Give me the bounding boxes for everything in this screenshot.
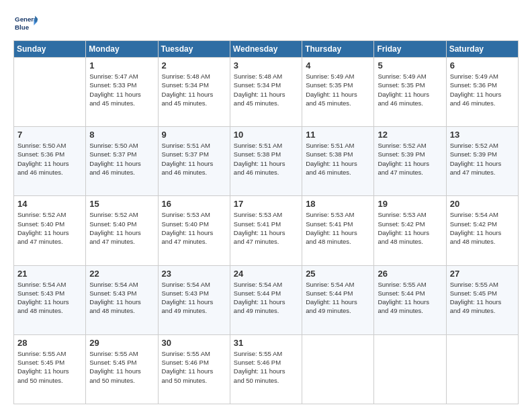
cell-info: Sunrise: 5:54 AM Sunset: 5:44 PM Dayligh…: [306, 280, 370, 316]
cell-day-number: 3: [234, 60, 298, 71]
cell-info: Sunrise: 5:54 AM Sunset: 5:42 PM Dayligh…: [450, 210, 515, 246]
cell-day-number: 28: [17, 338, 82, 348]
cell-day-number: 10: [234, 130, 298, 140]
calendar-cell: 4Sunrise: 5:49 AM Sunset: 5:35 PM Daylig…: [302, 58, 374, 127]
calendar-cell: 15Sunrise: 5:52 AM Sunset: 5:40 PM Dayli…: [86, 196, 158, 265]
calendar-cell: [14, 58, 86, 127]
calendar-cell: 27Sunrise: 5:55 AM Sunset: 5:45 PM Dayli…: [446, 265, 518, 334]
cell-info: Sunrise: 5:53 AM Sunset: 5:41 PM Dayligh…: [234, 210, 298, 246]
cell-day-number: 15: [89, 199, 154, 209]
cell-info: Sunrise: 5:53 AM Sunset: 5:40 PM Dayligh…: [162, 210, 226, 246]
cell-info: Sunrise: 5:51 AM Sunset: 5:38 PM Dayligh…: [234, 141, 298, 177]
page-header: General Blue: [13, 13, 519, 34]
calendar-cell: 26Sunrise: 5:55 AM Sunset: 5:44 PM Dayli…: [374, 265, 446, 334]
calendar-cell: 19Sunrise: 5:53 AM Sunset: 5:42 PM Dayli…: [374, 196, 446, 265]
cell-info: Sunrise: 5:52 AM Sunset: 5:40 PM Dayligh…: [89, 210, 154, 246]
cell-day-number: 12: [378, 130, 442, 140]
cell-day-number: 20: [450, 199, 515, 209]
calendar-cell: 22Sunrise: 5:54 AM Sunset: 5:43 PM Dayli…: [86, 265, 158, 334]
cell-info: Sunrise: 5:50 AM Sunset: 5:37 PM Dayligh…: [89, 141, 154, 177]
cell-info: Sunrise: 5:53 AM Sunset: 5:42 PM Dayligh…: [378, 210, 442, 246]
cell-day-number: 14: [17, 199, 82, 209]
cell-info: Sunrise: 5:49 AM Sunset: 5:36 PM Dayligh…: [450, 72, 515, 107]
calendar-cell: [446, 334, 518, 404]
cell-info: Sunrise: 5:53 AM Sunset: 5:41 PM Dayligh…: [306, 210, 370, 246]
cell-day-number: 9: [162, 130, 226, 140]
calendar-cell: 24Sunrise: 5:54 AM Sunset: 5:44 PM Dayli…: [230, 265, 302, 334]
col-header-monday: Monday: [86, 41, 158, 58]
cell-day-number: 21: [17, 269, 82, 279]
calendar-cell: 10Sunrise: 5:51 AM Sunset: 5:38 PM Dayli…: [230, 127, 302, 196]
calendar-week-5: 28Sunrise: 5:55 AM Sunset: 5:45 PM Dayli…: [14, 334, 519, 404]
cell-info: Sunrise: 5:49 AM Sunset: 5:35 PM Dayligh…: [378, 72, 442, 107]
cell-day-number: 18: [306, 199, 370, 209]
calendar-week-3: 14Sunrise: 5:52 AM Sunset: 5:40 PM Dayli…: [14, 196, 519, 265]
col-header-tuesday: Tuesday: [158, 41, 230, 58]
cell-day-number: 30: [162, 338, 226, 348]
calendar-cell: 25Sunrise: 5:54 AM Sunset: 5:44 PM Dayli…: [302, 265, 374, 334]
calendar-cell: 12Sunrise: 5:52 AM Sunset: 5:39 PM Dayli…: [374, 127, 446, 196]
cell-day-number: 31: [234, 338, 298, 348]
calendar-cell: 5Sunrise: 5:49 AM Sunset: 5:35 PM Daylig…: [374, 58, 446, 127]
calendar-cell: 14Sunrise: 5:52 AM Sunset: 5:40 PM Dayli…: [14, 196, 86, 265]
cell-info: Sunrise: 5:54 AM Sunset: 5:43 PM Dayligh…: [17, 280, 82, 316]
cell-info: Sunrise: 5:55 AM Sunset: 5:45 PM Dayligh…: [17, 349, 82, 385]
calendar-cell: 17Sunrise: 5:53 AM Sunset: 5:41 PM Dayli…: [230, 196, 302, 265]
cell-info: Sunrise: 5:50 AM Sunset: 5:36 PM Dayligh…: [17, 141, 82, 177]
cell-info: Sunrise: 5:52 AM Sunset: 5:40 PM Dayligh…: [17, 210, 82, 246]
col-header-saturday: Saturday: [446, 41, 518, 58]
cell-day-number: 7: [17, 130, 82, 140]
calendar-week-4: 21Sunrise: 5:54 AM Sunset: 5:43 PM Dayli…: [14, 265, 519, 334]
col-header-sunday: Sunday: [14, 41, 86, 58]
cell-info: Sunrise: 5:49 AM Sunset: 5:35 PM Dayligh…: [306, 72, 370, 107]
col-header-thursday: Thursday: [302, 41, 374, 58]
cell-day-number: 11: [306, 130, 370, 140]
cell-day-number: 13: [450, 130, 515, 140]
calendar-cell: [374, 334, 446, 404]
cell-info: Sunrise: 5:54 AM Sunset: 5:44 PM Dayligh…: [234, 280, 298, 316]
cell-day-number: 1: [89, 60, 154, 71]
calendar-cell: 7Sunrise: 5:50 AM Sunset: 5:36 PM Daylig…: [14, 127, 86, 196]
cell-day-number: 26: [378, 269, 442, 279]
calendar-cell: 8Sunrise: 5:50 AM Sunset: 5:37 PM Daylig…: [86, 127, 158, 196]
cell-day-number: 8: [89, 130, 154, 140]
calendar-cell: 1Sunrise: 5:47 AM Sunset: 5:33 PM Daylig…: [86, 58, 158, 127]
cell-info: Sunrise: 5:48 AM Sunset: 5:34 PM Dayligh…: [162, 72, 226, 107]
cell-info: Sunrise: 5:48 AM Sunset: 5:34 PM Dayligh…: [234, 72, 298, 107]
cell-info: Sunrise: 5:55 AM Sunset: 5:46 PM Dayligh…: [162, 349, 226, 385]
calendar-cell: 20Sunrise: 5:54 AM Sunset: 5:42 PM Dayli…: [446, 196, 518, 265]
cell-day-number: 22: [89, 269, 154, 279]
logo-icon: General Blue: [13, 13, 38, 34]
calendar-cell: 31Sunrise: 5:55 AM Sunset: 5:46 PM Dayli…: [230, 334, 302, 404]
cell-day-number: 25: [306, 269, 370, 279]
calendar-cell: 9Sunrise: 5:51 AM Sunset: 5:37 PM Daylig…: [158, 127, 230, 196]
cell-info: Sunrise: 5:54 AM Sunset: 5:43 PM Dayligh…: [162, 280, 226, 316]
cell-day-number: 27: [450, 269, 515, 279]
calendar-cell: 2Sunrise: 5:48 AM Sunset: 5:34 PM Daylig…: [158, 58, 230, 127]
calendar-cell: 18Sunrise: 5:53 AM Sunset: 5:41 PM Dayli…: [302, 196, 374, 265]
calendar-week-2: 7Sunrise: 5:50 AM Sunset: 5:36 PM Daylig…: [14, 127, 519, 196]
cell-info: Sunrise: 5:52 AM Sunset: 5:39 PM Dayligh…: [450, 141, 515, 177]
calendar-cell: 16Sunrise: 5:53 AM Sunset: 5:40 PM Dayli…: [158, 196, 230, 265]
calendar-cell: 3Sunrise: 5:48 AM Sunset: 5:34 PM Daylig…: [230, 58, 302, 127]
calendar-cell: 23Sunrise: 5:54 AM Sunset: 5:43 PM Dayli…: [158, 265, 230, 334]
calendar-cell: 11Sunrise: 5:51 AM Sunset: 5:38 PM Dayli…: [302, 127, 374, 196]
cell-info: Sunrise: 5:51 AM Sunset: 5:37 PM Dayligh…: [162, 141, 226, 177]
cell-day-number: 24: [234, 269, 298, 279]
calendar-cell: [302, 334, 374, 404]
cell-info: Sunrise: 5:52 AM Sunset: 5:39 PM Dayligh…: [378, 141, 442, 177]
calendar-cell: 6Sunrise: 5:49 AM Sunset: 5:36 PM Daylig…: [446, 58, 518, 127]
cell-day-number: 16: [162, 199, 226, 209]
logo: General Blue: [13, 13, 38, 34]
calendar-cell: 28Sunrise: 5:55 AM Sunset: 5:45 PM Dayli…: [14, 334, 86, 404]
cell-info: Sunrise: 5:55 AM Sunset: 5:46 PM Dayligh…: [234, 349, 298, 385]
calendar-week-1: 1Sunrise: 5:47 AM Sunset: 5:33 PM Daylig…: [14, 58, 519, 127]
cell-day-number: 29: [89, 338, 154, 348]
cell-info: Sunrise: 5:47 AM Sunset: 5:33 PM Dayligh…: [89, 72, 154, 107]
cell-info: Sunrise: 5:55 AM Sunset: 5:44 PM Dayligh…: [378, 280, 442, 316]
calendar-header-row: SundayMondayTuesdayWednesdayThursdayFrid…: [14, 41, 519, 58]
col-header-friday: Friday: [374, 41, 446, 58]
calendar-cell: 13Sunrise: 5:52 AM Sunset: 5:39 PM Dayli…: [446, 127, 518, 196]
col-header-wednesday: Wednesday: [230, 41, 302, 58]
calendar-cell: 29Sunrise: 5:55 AM Sunset: 5:45 PM Dayli…: [86, 334, 158, 404]
